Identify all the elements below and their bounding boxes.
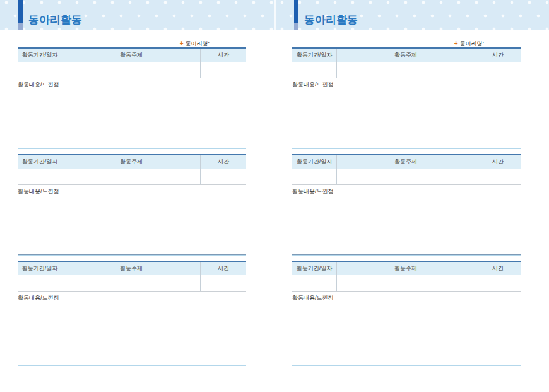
- table-header-row: 활동기간/일자 활동주제 시간: [292, 155, 521, 169]
- cell-topic[interactable]: [336, 169, 475, 184]
- two-page-spread: 동아리활동 + 동아리명: 활동기간/일자 활동주제 시간 활동내용/느낀점: [0, 0, 549, 392]
- table-header-row: 활동기간/일자 활동주제 시간: [18, 262, 246, 275]
- col-header-time: 시간: [200, 49, 246, 62]
- col-header-topic: 활동주제: [336, 262, 475, 275]
- club-name-label: 동아리명:: [459, 41, 484, 47]
- plus-icon: +: [180, 40, 184, 47]
- page-left: 동아리활동 + 동아리명: 활동기간/일자 활동주제 시간 활동내용/느낀점: [0, 0, 274, 392]
- header-accent-bar-icon: [18, 0, 23, 23]
- cell-period[interactable]: [292, 169, 336, 184]
- cell-time[interactable]: [475, 62, 521, 78]
- club-name-label: 동아리명:: [185, 41, 210, 47]
- cell-period[interactable]: [292, 62, 336, 78]
- col-header-period: 활동기간/일자: [18, 262, 62, 275]
- activity-table: 활동기간/일자 활동주제 시간: [292, 47, 521, 78]
- col-header-time: 시간: [475, 49, 521, 62]
- table-header-row: 활동기간/일자 활동주제 시간: [18, 49, 246, 62]
- cell-period[interactable]: [18, 275, 62, 291]
- page-right: 동아리활동 + 동아리명: 활동기간/일자 활동주제 시간 활동내용/느낀점: [274, 0, 549, 392]
- page-content: + 동아리명: 활동기간/일자 활동주제 시간 활동내용/느낀점 활동기간/일자: [274, 40, 549, 366]
- col-header-period: 활동기간/일자: [18, 49, 62, 62]
- notes-label: 활동내용/느낀점: [292, 188, 521, 196]
- col-header-period: 활동기간/일자: [292, 155, 336, 169]
- activity-table: 활동기간/일자 활동주제 시간: [292, 261, 521, 292]
- club-name-row: + 동아리명:: [18, 40, 246, 47]
- cell-time[interactable]: [200, 169, 246, 184]
- cell-time[interactable]: [200, 275, 246, 291]
- section-bottom-divider: [292, 148, 521, 149]
- table-header-row: 활동기간/일자 활동주제 시간: [18, 155, 246, 169]
- section-bottom-divider: [18, 254, 246, 256]
- cell-time[interactable]: [200, 62, 246, 78]
- club-name-row: + 동아리명:: [292, 40, 521, 47]
- notes-writing-area[interactable]: [292, 302, 521, 365]
- activity-section: 활동기간/일자 활동주제 시간 활동내용/느낀점: [18, 47, 246, 149]
- col-header-period: 활동기간/일자: [292, 49, 336, 62]
- notes-label: 활동내용/느낀점: [18, 81, 246, 89]
- col-header-topic: 활동주제: [62, 155, 200, 169]
- notes-writing-area[interactable]: [292, 89, 521, 148]
- cell-time[interactable]: [475, 169, 521, 184]
- table-entry-row: [18, 169, 246, 184]
- activity-sections: 활동기간/일자 활동주제 시간 활동내용/느낀점 활동기간/일자 활동주제 시간: [292, 47, 521, 366]
- cell-period[interactable]: [292, 275, 336, 291]
- col-header-topic: 활동주제: [336, 49, 475, 62]
- col-header-time: 시간: [475, 155, 521, 169]
- col-header-time: 시간: [475, 262, 521, 275]
- cell-topic[interactable]: [62, 169, 200, 184]
- notes-writing-area[interactable]: [18, 302, 246, 365]
- header-accent-bar-icon: [294, 0, 298, 23]
- col-header-period: 활동기간/일자: [292, 262, 336, 275]
- notes-label: 활동내용/느낀점: [18, 295, 246, 302]
- notes-label: 활동내용/느낀점: [292, 81, 521, 89]
- cell-topic[interactable]: [336, 275, 475, 291]
- cell-period[interactable]: [18, 169, 62, 184]
- table-header-row: 활동기간/일자 활동주제 시간: [292, 49, 521, 62]
- col-header-time: 시간: [200, 155, 246, 169]
- notes-writing-area[interactable]: [18, 196, 246, 254]
- activity-table: 활동기간/일자 활동주제 시간: [292, 154, 521, 185]
- col-header-topic: 활동주제: [62, 49, 200, 62]
- table-entry-row: [292, 275, 521, 291]
- table-entry-row: [292, 62, 521, 78]
- activity-sections: 활동기간/일자 활동주제 시간 활동내용/느낀점 활동기간/일자 활동주제 시간: [18, 47, 246, 366]
- table-header-row: 활동기간/일자 활동주제 시간: [292, 262, 521, 275]
- activity-section: 활동기간/일자 활동주제 시간 활동내용/느낀점: [292, 261, 521, 366]
- page-header-band: 동아리활동: [274, 0, 549, 30]
- activity-section: 활동기간/일자 활동주제 시간 활동내용/느낀점: [292, 47, 521, 149]
- col-header-period: 활동기간/일자: [18, 155, 62, 169]
- page-title: 동아리활동: [28, 13, 82, 27]
- activity-table: 활동기간/일자 활동주제 시간: [18, 47, 246, 78]
- header-accent-square-icon: [294, 23, 298, 30]
- page-title: 동아리활동: [304, 13, 358, 27]
- table-entry-row: [18, 275, 246, 291]
- table-entry-row: [18, 62, 246, 78]
- activity-section: 활동기간/일자 활동주제 시간 활동내용/느낀점: [18, 261, 246, 366]
- page-content: + 동아리명: 활동기간/일자 활동주제 시간 활동내용/느낀점 활동기간/일자: [0, 40, 274, 366]
- section-bottom-divider: [18, 365, 246, 366]
- section-bottom-divider: [292, 254, 521, 256]
- cell-topic[interactable]: [62, 275, 200, 291]
- section-bottom-divider: [292, 365, 521, 366]
- notes-label: 활동내용/느낀점: [18, 188, 246, 196]
- col-header-topic: 활동주제: [336, 155, 475, 169]
- activity-table: 활동기간/일자 활동주제 시간: [18, 261, 246, 292]
- plus-icon: +: [454, 40, 458, 47]
- notes-label: 활동내용/느낀점: [292, 295, 521, 302]
- activity-section: 활동기간/일자 활동주제 시간 활동내용/느낀점: [18, 154, 246, 256]
- notes-writing-area[interactable]: [292, 196, 521, 254]
- cell-time[interactable]: [475, 275, 521, 291]
- cell-period[interactable]: [18, 62, 62, 78]
- activity-section: 활동기간/일자 활동주제 시간 활동내용/느낀점: [292, 154, 521, 256]
- cell-topic[interactable]: [62, 62, 200, 78]
- col-header-topic: 활동주제: [62, 262, 200, 275]
- page-header-band: 동아리활동: [0, 0, 274, 30]
- col-header-time: 시간: [200, 262, 246, 275]
- notes-writing-area[interactable]: [18, 89, 246, 148]
- section-bottom-divider: [18, 148, 246, 149]
- cell-topic[interactable]: [336, 62, 475, 78]
- activity-table: 활동기간/일자 활동주제 시간: [18, 154, 246, 185]
- header-accent-square-icon: [18, 23, 23, 30]
- table-entry-row: [292, 169, 521, 184]
